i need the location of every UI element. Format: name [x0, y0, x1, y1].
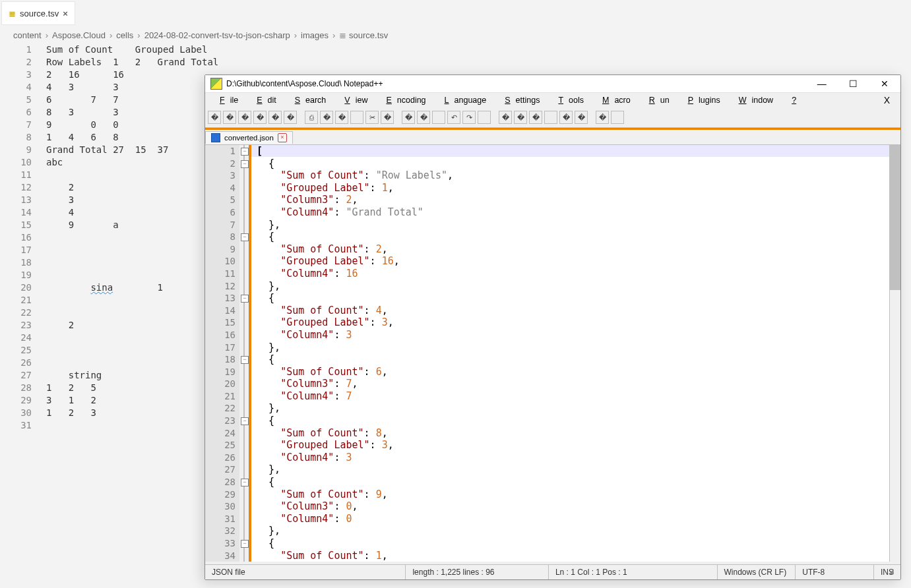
menu-item-window[interactable]: Window [728, 96, 778, 105]
toolbar-button[interactable] [432, 111, 445, 124]
toolbar-button[interactable]: ↶ [447, 111, 460, 124]
breadcrumb-item[interactable]: source.tsv [349, 30, 388, 40]
toolbar-button[interactable]: � [320, 111, 333, 124]
close-icon[interactable]: × [63, 9, 68, 18]
toolbar-button[interactable]: ↷ [462, 111, 476, 124]
window-title: D:\Github\content\Aspose.Cloud\ Notepad+… [226, 79, 383, 88]
change-margin [249, 145, 251, 562]
save-icon [211, 133, 220, 142]
toolbar[interactable]: 📄📂💾⎙🖶 ✂�📋 ↶↷ �🔤 🔎� [205, 107, 900, 128]
menu-bar[interactable]: FileEditSearchViewEncodingLanguageSettin… [205, 93, 900, 107]
file-tab-label: converted.json [224, 134, 274, 142]
line-numbers: 1234567891011121314151617181920212223242… [205, 145, 239, 562]
status-position: Ln : 1 Col : 1 Pos : 1 [548, 565, 717, 579]
tab-label: source.tsv [20, 9, 59, 18]
menu-item-file[interactable]: File [209, 96, 243, 105]
toolbar-button[interactable]: ⎙ [305, 111, 318, 124]
fold-toggle-icon[interactable]: − [241, 160, 249, 168]
menu-item-run[interactable]: Run [639, 96, 675, 105]
menu-item-view[interactable]: View [334, 96, 373, 105]
toolbar-button[interactable]: � [223, 111, 236, 124]
scrollbar-vertical[interactable] [889, 145, 900, 562]
toolbar-button[interactable]: � [417, 111, 430, 124]
close-tab-icon[interactable]: × [278, 133, 287, 142]
toolbar-button[interactable]: ✂ [365, 111, 379, 124]
breadcrumb[interactable]: content›Aspose.Cloud›cells›2024-08-02-co… [13, 30, 388, 40]
menu-close-icon[interactable]: X [877, 95, 896, 105]
breadcrumb-item[interactable]: cells [116, 30, 133, 40]
toolbar-button[interactable]: � [514, 111, 527, 124]
breadcrumb-item[interactable]: Aspose.Cloud [52, 30, 106, 40]
menu-item-edit[interactable]: Edit [246, 96, 282, 105]
toolbar-button[interactable]: � [575, 111, 588, 124]
fold-toggle-icon[interactable]: − [241, 148, 249, 156]
toolbar-button[interactable] [299, 111, 303, 123]
toolbar-button[interactable]: � [284, 111, 297, 124]
fold-column[interactable]: −−−−−−−− [239, 145, 249, 562]
toolbar-button[interactable]: � [596, 111, 609, 124]
toolbar-button[interactable] [611, 111, 624, 124]
status-length: length : 1,225 lines : 96 [405, 565, 548, 579]
toolbar-button[interactable]: � [529, 111, 542, 124]
menu-item-macro[interactable]: Macro [592, 96, 636, 105]
toolbar-button[interactable] [493, 111, 497, 123]
toolbar-button[interactable] [350, 111, 363, 124]
code-content[interactable]: [ { "Sum of Count": "Row Labels", "Group… [253, 145, 457, 562]
file-icon: ≣ [9, 9, 16, 18]
toolbar-button[interactable] [478, 111, 491, 124]
fold-toggle-icon[interactable]: − [241, 295, 249, 303]
minimize-button[interactable]: — [807, 76, 836, 92]
toolbar-button[interactable] [396, 111, 400, 123]
scrollbar-thumb[interactable] [890, 145, 900, 290]
status-eol: Windows (CR LF) [717, 565, 796, 579]
notepadpp-window: D:\Github\content\Aspose.Cloud\ Notepad+… [204, 74, 901, 580]
toolbar-button[interactable]: � [238, 111, 251, 124]
close-button[interactable]: ✕ [870, 76, 899, 92]
toolbar-button[interactable] [590, 111, 594, 123]
menu-item-?[interactable]: ? [781, 96, 807, 105]
toolbar-button[interactable]: � [381, 111, 394, 124]
app-icon [210, 78, 222, 90]
menu-item-plugins[interactable]: Plugins [677, 96, 726, 105]
vscode-file-tab[interactable]: ≣ source.tsv × [1, 1, 75, 25]
menu-item-settings[interactable]: Settings [494, 96, 545, 105]
menu-item-tools[interactable]: Tools [548, 96, 589, 105]
menu-item-language[interactable]: Language [434, 96, 492, 105]
breadcrumb-item[interactable]: images [301, 30, 329, 40]
menu-item-encoding[interactable]: Encoding [375, 96, 431, 105]
title-bar[interactable]: D:\Github\content\Aspose.Cloud\ Notepad+… [205, 75, 900, 93]
toolbar-button[interactable]: � [559, 111, 573, 124]
fold-toggle-icon[interactable]: − [241, 233, 249, 241]
fold-toggle-icon[interactable]: − [241, 356, 249, 364]
status-encoding: UTF-8 [795, 565, 873, 579]
toolbar-button[interactable]: � [335, 111, 348, 124]
status-filetype: JSON file [205, 565, 405, 579]
file-tab[interactable]: converted.json × [205, 131, 293, 144]
status-bar: JSON file length : 1,225 lines : 96 Ln :… [205, 564, 900, 579]
breadcrumb-item[interactable]: content [13, 30, 42, 40]
toolbar-button[interactable]: � [253, 111, 267, 124]
toolbar-button[interactable]: � [499, 111, 512, 124]
resize-grip-icon[interactable]: ◢ [882, 564, 899, 578]
toolbar-button[interactable]: � [208, 111, 221, 124]
fold-toggle-icon[interactable]: − [241, 417, 249, 425]
menu-item-search[interactable]: Search [284, 96, 332, 105]
toolbar-button[interactable] [544, 111, 557, 124]
editor-area[interactable]: 1234567891011121314151617181920212223242… [205, 144, 900, 562]
toolbar-button[interactable]: � [268, 111, 282, 124]
file-tab-bar: converted.json × [205, 128, 900, 144]
fold-toggle-icon[interactable]: − [241, 540, 249, 548]
breadcrumb-item[interactable]: 2024-08-02-convert-tsv-to-json-csharp [144, 30, 290, 40]
toolbar-button[interactable]: � [402, 111, 415, 124]
vscode-content[interactable]: Sum of Count Grouped LabelRow Labels 1 2… [46, 44, 218, 432]
maximize-button[interactable]: ☐ [838, 76, 867, 92]
vscode-gutter: 1234567891011121314151617181920212223242… [0, 44, 40, 432]
fold-toggle-icon[interactable]: − [241, 479, 249, 486]
